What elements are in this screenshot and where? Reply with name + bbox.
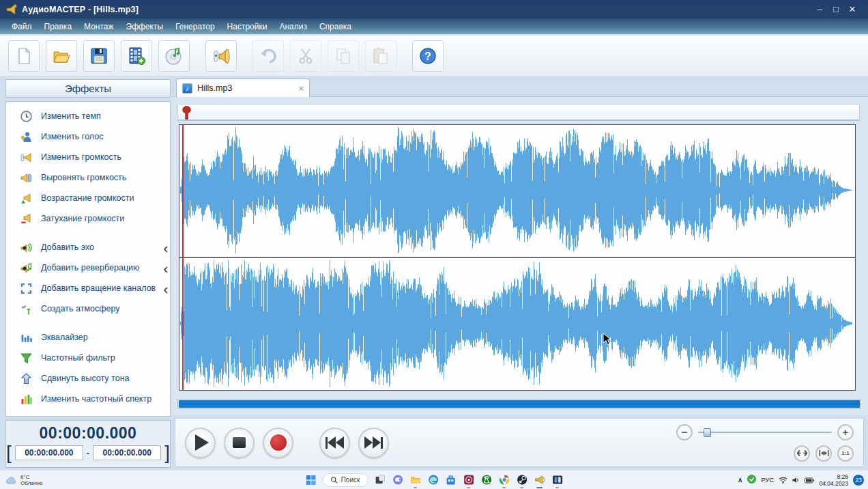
fade-out-icon	[20, 212, 32, 225]
effect-create-atmosphere[interactable]: Создать атмосферу	[6, 298, 170, 319]
effect-change-voice[interactable]: Изменить голос	[6, 126, 170, 147]
menu-file[interactable]: Файл	[5, 20, 38, 33]
menu-montage[interactable]: Монтаж	[78, 20, 120, 33]
zoom-one-to-one-button[interactable]: 1:1	[837, 445, 854, 462]
zoom-slider-track	[698, 432, 832, 433]
tab-hills-mp3[interactable]: ♪ Hills.mp3 ×	[176, 79, 310, 97]
effect-change-tempo[interactable]: Изменить темп	[6, 106, 170, 126]
normalize-icon	[20, 171, 32, 184]
task-view-icon[interactable]	[374, 474, 386, 486]
help-button[interactable]: ?	[412, 40, 444, 72]
effect-shift-pitch[interactable]: Сдвинуть высоту тона	[6, 368, 170, 389]
menu-effects[interactable]: Эффекты	[120, 20, 170, 33]
zoom-in-button[interactable]: +	[837, 424, 854, 441]
notification-badge[interactable]: 23	[853, 475, 864, 486]
effect-change-volume[interactable]: Изменить громкость	[6, 147, 170, 167]
record-button[interactable]	[263, 428, 293, 458]
chrome-icon[interactable]	[498, 474, 510, 486]
effect-change-spectrum[interactable]: Изменить частотный спектр	[6, 389, 170, 409]
minimize-button[interactable]: –	[815, 4, 824, 14]
menu-analysis[interactable]: Анализ	[273, 20, 313, 33]
fit-to-window-button[interactable]	[815, 445, 832, 462]
wifi-icon[interactable]	[779, 474, 787, 486]
zoom-out-button[interactable]: −	[676, 424, 693, 441]
playhead-pin-icon[interactable]	[182, 106, 191, 122]
stop-button[interactable]	[224, 428, 255, 458]
battery-icon[interactable]	[805, 474, 814, 486]
effects-panel-header[interactable]: Эффекты	[5, 79, 171, 98]
save-file-button[interactable]	[83, 40, 115, 72]
menubar: Файл Правка Монтаж Эффекты Генератор Нас…	[0, 18, 868, 35]
waveform-display[interactable]	[179, 124, 856, 391]
collapse-chevron-icon[interactable]	[163, 264, 169, 276]
tray-clock[interactable]: 8:26 04.04.2023	[819, 473, 848, 487]
play-button[interactable]	[185, 428, 216, 458]
open-file-button[interactable]	[46, 40, 77, 72]
waveform-channel-left[interactable]	[179, 125, 855, 257]
effect-frequency-filter[interactable]: Частотный фильтр	[6, 348, 170, 368]
selection-separator: -	[87, 448, 89, 458]
maximize-button[interactable]: □	[831, 4, 841, 14]
effect-equalizer[interactable]: Эквалайзер	[6, 327, 170, 348]
file-scrollbar[interactable]	[177, 399, 861, 409]
language-indicator[interactable]: РУС	[761, 476, 774, 484]
copy-button[interactable]	[328, 40, 359, 72]
playback-cursor	[182, 125, 184, 390]
undo-button[interactable]	[252, 40, 284, 72]
transport-controls	[185, 428, 389, 458]
teams-chat-icon[interactable]	[392, 474, 403, 486]
extract-audio-from-video-button[interactable]	[121, 40, 152, 72]
film-strip-icon	[127, 46, 146, 66]
voice-icon	[20, 130, 32, 143]
timeline-ruler[interactable]	[177, 104, 860, 121]
file-explorer-icon[interactable]	[409, 474, 421, 486]
audiomaster-taskbar-icon[interactable]	[534, 474, 545, 486]
menu-generator[interactable]: Генератор	[169, 20, 220, 33]
selection-start-input[interactable]: 00:00:00.000	[15, 445, 83, 460]
skip-to-end-button[interactable]	[358, 428, 389, 458]
grab-from-cd-button[interactable]	[158, 40, 190, 72]
effect-add-reverb[interactable]: Добавить реверберацию	[6, 257, 170, 278]
collapse-chevron-icon[interactable]	[163, 243, 169, 255]
equalizer-icon	[20, 331, 32, 344]
tray-expand-icon[interactable]: ∧	[738, 476, 742, 484]
waveform-channel-right[interactable]	[179, 257, 855, 389]
effect-add-echo[interactable]: Добавить эхо	[6, 237, 170, 257]
selection-end-input[interactable]: 00:00:00.000	[93, 445, 161, 460]
echo-icon	[20, 241, 32, 253]
menu-settings[interactable]: Настройки	[221, 20, 274, 33]
skip-to-start-button[interactable]	[319, 428, 350, 458]
effect-fade-out[interactable]: Затухание громкости	[6, 208, 170, 229]
paste-button[interactable]	[365, 40, 396, 72]
start-button[interactable]	[305, 474, 317, 486]
cut-button[interactable]	[290, 40, 321, 72]
tab-close-icon[interactable]: ×	[298, 83, 304, 94]
antivirus-tray-icon[interactable]	[747, 474, 756, 486]
copy-icon	[334, 46, 353, 66]
volume-tools-button[interactable]	[205, 40, 237, 72]
steam-icon[interactable]	[516, 474, 527, 486]
movies-app-icon[interactable]	[551, 474, 563, 486]
taskbar-search[interactable]: Поиск	[323, 473, 368, 487]
new-file-button[interactable]	[8, 40, 40, 72]
effect-normalize-volume[interactable]: Выровнять громкость	[6, 167, 170, 188]
collapse-chevron-icon[interactable]	[163, 284, 169, 296]
current-time-display: 00:00:00.000	[6, 424, 170, 443]
xbox-icon[interactable]	[480, 474, 492, 486]
search-label: Поиск	[341, 476, 360, 484]
volume-tray-icon[interactable]	[792, 474, 800, 486]
paste-icon	[371, 46, 390, 66]
edge-icon[interactable]	[427, 474, 439, 486]
zoom-slider-thumb[interactable]	[704, 428, 711, 437]
weather-widget[interactable]: 6°C Облачно	[5, 474, 42, 486]
effect-add-channel-rotation[interactable]: Добавить вращение каналов	[6, 278, 170, 298]
menu-help[interactable]: Справка	[313, 20, 358, 33]
media-player-icon[interactable]	[463, 474, 474, 486]
effect-fade-in[interactable]: Возрастание громкости	[6, 188, 170, 208]
zoom-slider[interactable]	[698, 428, 832, 437]
microsoft-store-icon[interactable]	[445, 474, 457, 486]
menu-edit[interactable]: Правка	[38, 20, 78, 33]
undo-icon	[259, 46, 278, 66]
close-button[interactable]: ✕	[848, 4, 857, 14]
stretch-horizontal-button[interactable]	[794, 445, 810, 462]
